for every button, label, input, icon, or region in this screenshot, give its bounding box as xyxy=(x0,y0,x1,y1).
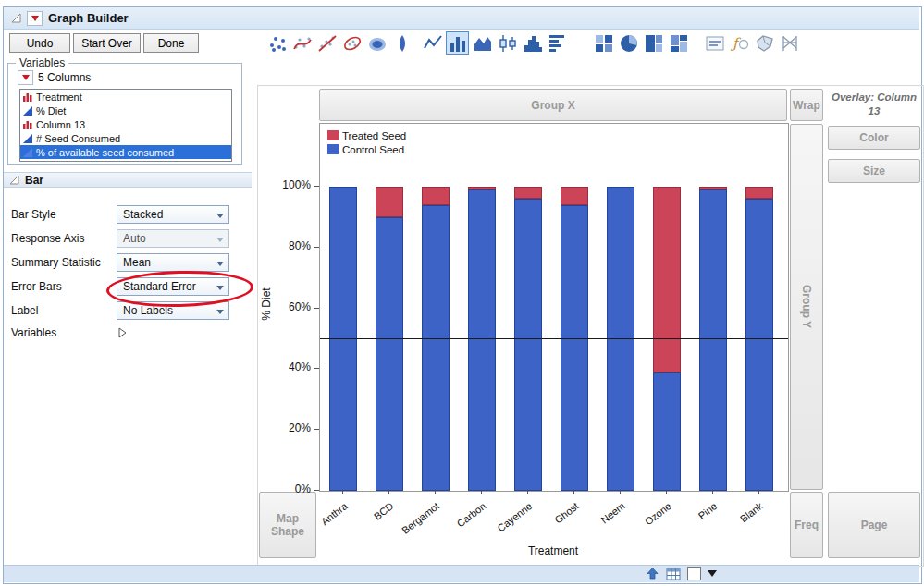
summary-statistic-select[interactable]: Mean xyxy=(117,253,229,272)
undo-button[interactable]: Undo xyxy=(9,33,70,53)
window-title: Graph Builder xyxy=(48,11,129,25)
color-swatch[interactable] xyxy=(687,567,701,580)
page-zone[interactable]: Page xyxy=(828,492,920,558)
group-x-label: Group X xyxy=(531,99,574,112)
parallel-plot-icon[interactable] xyxy=(778,31,801,55)
legend-item-treated[interactable]: Treated Seed xyxy=(327,128,406,142)
y-tick-label: 80% xyxy=(274,239,311,252)
pie-icon[interactable] xyxy=(617,31,640,55)
continuous-column-icon xyxy=(23,106,32,116)
group-x-zone[interactable]: Group X xyxy=(319,89,787,121)
data-table-icon[interactable] xyxy=(666,568,681,580)
x-tick-label: Blank xyxy=(675,496,758,513)
bar-segment-treated-Carbon[interactable] xyxy=(468,187,496,189)
column-item-treatment[interactable]: Treatment xyxy=(20,90,231,104)
done-button[interactable]: Done xyxy=(143,33,199,53)
ellipse-icon[interactable] xyxy=(340,31,363,55)
bar-segment-treated-Ozone[interactable] xyxy=(653,187,681,372)
bar-segment-control-Ghost[interactable] xyxy=(561,205,588,491)
error-bars-select[interactable]: Standard Error xyxy=(117,277,229,296)
start-over-button[interactable]: Start Over xyxy=(73,33,141,53)
response-axis-select[interactable]: Auto xyxy=(117,229,229,248)
legend-item-control[interactable]: Control Seed xyxy=(327,142,406,156)
x-tick-mark xyxy=(758,491,759,494)
y-axis-title[interactable]: % Diet xyxy=(260,276,273,332)
bars-icon[interactable] xyxy=(546,31,569,55)
box-plot-icon[interactable] xyxy=(496,31,519,55)
outline-disclosure-icon[interactable] xyxy=(11,13,21,23)
plot-area[interactable]: Treated Seed Control Seed xyxy=(319,123,789,492)
continuous-column-icon xyxy=(23,148,32,157)
bar-segment-treated-BCD[interactable] xyxy=(376,187,403,217)
line-icon[interactable] xyxy=(421,31,444,55)
columns-red-triangle-menu[interactable] xyxy=(18,70,33,85)
bar-segment-control-Blank[interactable] xyxy=(745,199,773,491)
statusbar xyxy=(4,565,919,582)
bar-segment-treated-Blank[interactable] xyxy=(745,187,773,199)
y-tick-label: 0% xyxy=(274,482,311,495)
group-y-zone[interactable]: Group Y xyxy=(790,124,823,490)
wrap-zone[interactable]: Wrap xyxy=(790,89,823,121)
bar-section-header[interactable]: Bar xyxy=(4,172,252,188)
freq-zone[interactable]: Freq xyxy=(790,492,823,558)
x-axis-title[interactable]: Treatment xyxy=(319,544,787,557)
bar-segment-control-BCD[interactable] xyxy=(376,217,403,491)
points-icon[interactable] xyxy=(265,31,289,55)
column-item-label: Column 13 xyxy=(36,119,85,130)
red-triangle-icon xyxy=(22,75,30,80)
x-tick-mark xyxy=(388,491,389,494)
chevron-down-icon xyxy=(216,286,224,290)
bar-segment-treated-Bergamot[interactable] xyxy=(422,187,450,205)
x-axis-labels[interactable]: AnthraBCDBergamotCarbonCayenneGhostNeemO… xyxy=(319,491,787,539)
line-of-fit-icon[interactable] xyxy=(315,31,339,55)
nominal-column-icon xyxy=(23,120,32,129)
bar-icon[interactable] xyxy=(446,31,469,55)
column-item-label: # Seed Consumed xyxy=(36,133,120,144)
expand-triangle-icon[interactable] xyxy=(118,327,127,338)
heatmap-icon[interactable] xyxy=(592,31,615,55)
mosaic-icon[interactable] xyxy=(667,31,690,55)
size-zone[interactable]: Size xyxy=(828,159,920,183)
legend-swatch-control xyxy=(327,144,339,154)
x-tick-mark xyxy=(620,491,621,494)
column-item-seed-consumed[interactable]: # Seed Consumed xyxy=(20,131,231,145)
area-icon[interactable] xyxy=(471,31,494,55)
column-item-pct-diet[interactable]: % Diet xyxy=(20,104,231,117)
bar-segment-treated-Cayenne[interactable] xyxy=(514,187,542,199)
smoother-icon[interactable] xyxy=(290,31,314,55)
column-item-column-13[interactable]: Column 13 xyxy=(20,117,231,131)
histogram-icon[interactable] xyxy=(521,31,544,55)
y-axis[interactable]: 0%20%40%60%80%100% xyxy=(274,123,319,490)
bar-segment-control-Pine[interactable] xyxy=(699,189,727,491)
continuous-column-icon xyxy=(23,134,32,143)
bar-segment-control-Carbon[interactable] xyxy=(468,189,496,491)
x-tick-mark xyxy=(666,491,667,494)
map-shapes-icon[interactable] xyxy=(753,31,776,55)
red-triangle-menu[interactable] xyxy=(27,11,43,26)
formula-icon[interactable]: ƒ xyxy=(728,31,751,55)
map-shape-label: Map Shape xyxy=(264,512,312,538)
bar-segment-control-Ozone[interactable] xyxy=(653,372,681,491)
bar-segment-treated-Pine[interactable] xyxy=(699,187,727,189)
bar-segment-treated-Ghost[interactable] xyxy=(561,187,588,205)
bar-segment-control-Bergamot[interactable] xyxy=(422,205,450,491)
x-tick-mark xyxy=(435,491,436,494)
bar-segment-control-Cayenne[interactable] xyxy=(514,199,542,491)
bar-segment-control-Neem[interactable] xyxy=(607,187,634,491)
dropdown-arrow-icon[interactable] xyxy=(708,570,717,577)
label-select[interactable]: No Labels xyxy=(117,301,229,320)
overlay-zone[interactable]: Overlay: Column 13 xyxy=(826,91,922,122)
legend-label: Treated Seed xyxy=(342,130,406,141)
treemap-icon[interactable] xyxy=(642,31,665,55)
outline-disclosure-icon[interactable] xyxy=(9,175,19,185)
color-zone[interactable]: Color xyxy=(828,126,920,150)
bar-segment-control-Anthra[interactable] xyxy=(329,187,357,491)
column-item-pct-available-seed[interactable]: % of available seed consumed xyxy=(20,145,231,159)
up-arrow-icon[interactable] xyxy=(646,567,659,580)
violin-icon[interactable] xyxy=(390,31,413,55)
bar-style-select[interactable]: Stacked xyxy=(117,205,229,224)
x-tick-mark xyxy=(573,491,574,494)
group-y-label: Group Y xyxy=(800,285,813,328)
caption-box-icon[interactable] xyxy=(703,31,726,55)
contour-icon[interactable] xyxy=(365,31,388,55)
